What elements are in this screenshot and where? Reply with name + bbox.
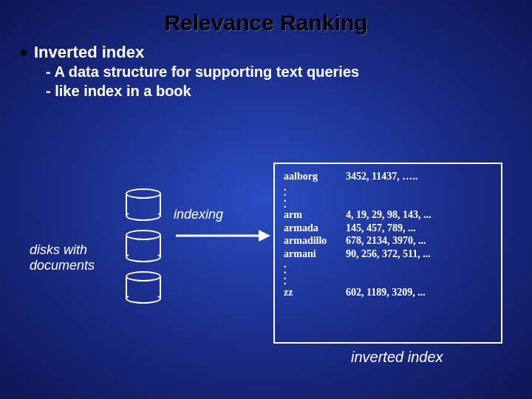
term-cell: armadillo xyxy=(284,234,341,248)
term-cell: aalborg xyxy=(284,170,341,183)
cylinder-icon xyxy=(126,230,161,262)
cylinder-icon xyxy=(126,271,161,304)
table-row: arm 4, 19, 29, 98, 143, ... xyxy=(284,208,492,222)
indexing-label: indexing xyxy=(174,207,223,222)
postings-cell: 602, 1189, 3209, ... xyxy=(346,286,426,299)
arrow-icon xyxy=(176,228,272,244)
inverted-index-label: inverted index xyxy=(351,349,443,366)
term-cell: arm xyxy=(284,208,341,222)
postings-cell: 3452, 11437, ….. xyxy=(346,170,417,183)
table-row: armada 145, 457, 789, ... xyxy=(284,222,492,235)
diagram-area: disks with documents indexing aalborg 34… xyxy=(0,155,532,377)
bullet-icon xyxy=(21,50,27,55)
disks-label-line2: documents xyxy=(30,258,95,273)
bullet-row: Inverted index xyxy=(21,43,511,62)
table-row: armadillo 678, 2134, 3970, ... xyxy=(284,234,492,248)
table-row: zz 602, 1189, 3209, ... xyxy=(284,286,492,299)
disks-label-line1: disks with xyxy=(30,242,87,257)
heading-text: Inverted index xyxy=(34,43,144,62)
slide-title: Relevance Ranking xyxy=(0,0,532,43)
svg-marker-1 xyxy=(259,230,270,242)
postings-cell: 4, 19, 29, 98, 143, ... xyxy=(346,208,432,222)
subline-1: - A data structure for supporting text q… xyxy=(46,62,511,81)
term-cell: zz xyxy=(284,286,341,299)
term-cell: armada xyxy=(284,222,341,235)
disks-label: disks with documents xyxy=(30,242,95,273)
content-block: Inverted index - A data structure for su… xyxy=(0,43,532,100)
cylinder-icon xyxy=(126,188,161,221)
term-cell: armani xyxy=(284,248,341,261)
cylinder-stack xyxy=(126,188,161,313)
table-row: armani 90, 256, 372, 511, ... xyxy=(284,248,492,261)
postings-cell: 678, 2134, 3970, ... xyxy=(346,234,426,248)
postings-cell: 145, 457, 789, ... xyxy=(346,222,416,235)
table-row: aalborg 3452, 11437, ….. xyxy=(284,170,492,183)
subline-2: - like index in a book xyxy=(46,81,511,100)
vertical-dots-icon: .... xyxy=(284,260,492,286)
postings-cell: 90, 256, 372, 511, ... xyxy=(346,248,431,261)
inverted-index-box: aalborg 3452, 11437, ….. .... arm 4, 19,… xyxy=(273,163,502,344)
vertical-dots-icon: .... xyxy=(284,183,492,209)
